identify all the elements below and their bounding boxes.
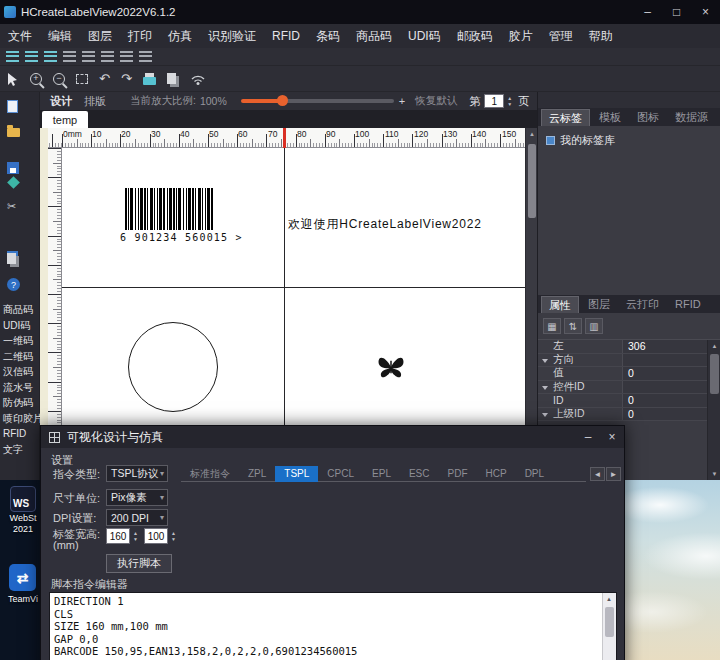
menu-recognition[interactable]: 识别验证 (200, 28, 264, 45)
command-type-dropdown[interactable]: TSPL协议 ▾ (106, 465, 168, 482)
copy-icon[interactable] (167, 73, 176, 84)
sidebar-item-serial-number[interactable]: 流水号 (0, 380, 40, 396)
tab-data-source[interactable]: 数据源 (668, 109, 715, 126)
protocol-tab-zpl[interactable]: ZPL (239, 466, 275, 482)
sidebar-item-rfid[interactable]: RFID (0, 426, 40, 442)
sidebar-item-text[interactable]: 文字 (0, 442, 40, 458)
menu-print[interactable]: 打印 (120, 28, 160, 45)
sidebar-item-hanxin-code[interactable]: 汉信码 (0, 364, 40, 380)
dialog-close-button[interactable]: × (600, 426, 624, 448)
open-folder-icon[interactable] (7, 128, 20, 137)
document-tab-temp[interactable]: temp (42, 111, 88, 128)
height-spinner[interactable]: ▲▼ (169, 528, 178, 544)
property-value[interactable] (622, 381, 707, 394)
menu-edit[interactable]: 编辑 (40, 28, 80, 45)
list-mode-icon[interactable]: ▥ (585, 318, 603, 334)
protocol-tab-cpcl[interactable]: CPCL (318, 466, 363, 482)
maximize-button[interactable]: □ (662, 0, 691, 24)
scrollbar-thumb[interactable] (710, 354, 719, 394)
minimize-button[interactable]: – (633, 0, 662, 24)
zoom-slider[interactable] (241, 99, 394, 103)
tab-properties[interactable]: 属性 (541, 296, 579, 313)
collapse-icon[interactable] (542, 386, 548, 390)
align-center-icon[interactable] (25, 51, 38, 62)
duplicate-icon[interactable] (7, 253, 16, 264)
sort-icon[interactable]: ⇅ (564, 318, 582, 334)
ean13-barcode-object[interactable] (125, 188, 213, 230)
width-spinner[interactable]: ▲▼ (131, 528, 140, 544)
columns-icon[interactable] (139, 51, 152, 62)
sidebar-item-1d-barcode[interactable]: 一维码 (0, 333, 40, 349)
zoom-out-icon[interactable]: − (53, 73, 65, 85)
protocol-tab-tspl[interactable]: TSPL (275, 466, 318, 482)
scrollbar-thumb[interactable] (528, 144, 536, 218)
wifi-icon[interactable] (190, 72, 206, 86)
desktop-icon-webstorm[interactable]: WS (10, 486, 36, 512)
menu-manage[interactable]: 管理 (541, 28, 581, 45)
menu-file[interactable]: 文件 (0, 28, 40, 45)
menu-goods-code[interactable]: 商品码 (348, 28, 400, 45)
desktop-icon-teamviewer[interactable]: ⇄ (9, 564, 36, 591)
property-value[interactable]: 0 (622, 367, 707, 380)
mode-design[interactable]: 设计 (50, 94, 72, 109)
categorized-view-icon[interactable]: ▦ (543, 318, 561, 334)
scroll-down-icon[interactable]: ▼ (708, 468, 720, 480)
barcode-digits[interactable]: 6 901234 560015 > (120, 232, 243, 243)
zoom-slider-knob[interactable] (277, 95, 288, 106)
script-code[interactable]: DIRECTION 1 CLS SIZE 160 mm,100 mm GAP 0… (50, 593, 602, 660)
distribute-horizontal-icon[interactable] (82, 51, 95, 62)
unit-dropdown[interactable]: Pix像素 ▾ (106, 489, 168, 506)
menu-udi-code[interactable]: UDI码 (400, 28, 449, 45)
page-spinner[interactable]: ▲▼ (505, 95, 514, 107)
tab-layers[interactable]: 图层 (581, 296, 617, 313)
tab-scroll-right-icon[interactable]: ► (606, 467, 621, 481)
collapse-icon[interactable] (542, 359, 548, 363)
protocol-tab-dpl[interactable]: DPL (516, 466, 553, 482)
protocol-tab-pdf[interactable]: PDF (439, 466, 477, 482)
new-document-icon[interactable] (7, 100, 18, 113)
sidebar-item-udi-code[interactable]: UDI码 (0, 318, 40, 334)
label-width-input[interactable] (106, 528, 130, 544)
tab-template[interactable]: 模板 (592, 109, 628, 126)
cut-icon[interactable]: ✂ (7, 201, 16, 212)
collapse-icon[interactable] (542, 413, 548, 417)
property-value[interactable]: 0 (622, 408, 707, 421)
label-height-input[interactable] (144, 528, 168, 544)
menu-simulation[interactable]: 仿真 (160, 28, 200, 45)
protocol-tab-hcp[interactable]: HCP (477, 466, 516, 482)
protocol-tab-standard[interactable]: 标准指令 (181, 466, 239, 482)
property-grid-scrollbar[interactable]: ▲ ▼ (707, 340, 720, 480)
print-icon[interactable] (143, 77, 156, 85)
butterfly-image-object[interactable] (376, 354, 406, 380)
zoom-in-icon[interactable]: + (30, 73, 42, 85)
menu-layer[interactable]: 图层 (80, 28, 120, 45)
property-value[interactable]: 0 (622, 394, 707, 407)
menu-film[interactable]: 胶片 (501, 28, 541, 45)
sidebar-item-print-film[interactable]: 喷印胶片 (0, 411, 40, 427)
list-view-icon[interactable] (120, 51, 133, 62)
protocol-tab-epl[interactable]: EPL (363, 466, 400, 482)
property-value[interactable]: 306 (622, 340, 707, 353)
align-justify-icon[interactable] (63, 51, 76, 62)
menu-rfid[interactable]: RFID (264, 29, 308, 43)
save-icon[interactable] (7, 162, 19, 174)
align-left-icon[interactable] (6, 51, 19, 62)
mode-compose[interactable]: 排版 (84, 94, 106, 109)
tab-rfid[interactable]: RFID (668, 296, 708, 313)
scrollbar-thumb[interactable] (605, 607, 614, 637)
sidebar-item-2d-barcode[interactable]: 二维码 (0, 349, 40, 365)
script-editor[interactable]: DIRECTION 1 CLS SIZE 160 mm,100 mm GAP 0… (49, 592, 617, 660)
run-script-button[interactable]: 执行脚本 (106, 554, 172, 573)
pointer-icon[interactable] (7, 72, 19, 86)
menu-barcode[interactable]: 条码 (308, 28, 348, 45)
tab-cloud-print[interactable]: 云打印 (619, 296, 666, 313)
protocol-tab-esc[interactable]: ESC (400, 466, 439, 482)
help-icon[interactable]: ? (7, 278, 20, 291)
redo-icon[interactable]: ↷ (121, 72, 132, 85)
editor-scrollbar[interactable]: ▲ (602, 593, 616, 660)
tab-scroll-left-icon[interactable]: ◄ (590, 467, 605, 481)
align-right-icon[interactable] (44, 51, 57, 62)
sidebar-item-goods-code[interactable]: 商品码 (0, 302, 40, 318)
dialog-minimize-button[interactable]: – (576, 426, 600, 448)
sidebar-item-anticounterfeit-code[interactable]: 防伪码 (0, 395, 40, 411)
